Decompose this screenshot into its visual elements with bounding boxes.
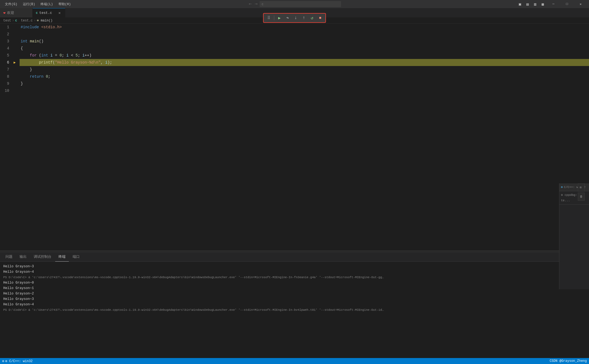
terminal-line-2: Hello Grayson~4: [3, 269, 586, 275]
code-content[interactable]: #include <stdio.h> int main() { for (int…: [20, 24, 589, 250]
panel-tab-ports[interactable]: 端口: [69, 252, 83, 262]
breadcrumb-test[interactable]: test: [3, 19, 11, 23]
search-input[interactable]: [260, 1, 341, 7]
panel-tab-bar: 问题 输出 调试控制台 终端 端口 ⬜ ▼ ✕: [0, 252, 589, 262]
code-editor[interactable]: 1 2 3 4 5 6 7 8 9 10 ▶: [0, 24, 589, 250]
statusbar-right: CSDN @Grayson_Zheng: [550, 359, 587, 363]
debug-step-into-button[interactable]: ↓: [292, 14, 299, 21]
debug-dots-button[interactable]: ⠿: [265, 14, 272, 21]
minimize-button[interactable]: ─: [547, 0, 560, 8]
panel-tab-terminal[interactable]: 终端: [55, 252, 69, 262]
debug-step-out-button[interactable]: ↑: [300, 14, 308, 21]
terminal-line-1: Hello Grayson~3: [3, 264, 586, 269]
code-line-10: [20, 87, 589, 94]
menu-file[interactable]: 文件(G): [2, 0, 20, 8]
terminal-content[interactable]: ⊞ 🗑 ⊕ C/C++: win32 ⚙ cppdbg: te... Hello…: [0, 262, 589, 358]
gutter: ▶: [14, 24, 20, 250]
tab-test-c-label: test.c: [39, 11, 52, 15]
breadcrumb-sep1: ›: [12, 19, 14, 23]
titlebar-center: ← →: [248, 1, 341, 7]
code-line-2: [20, 31, 589, 38]
code-line-7: }: [20, 66, 589, 73]
debug-continue-button[interactable]: ▶: [276, 14, 283, 21]
debug-stop-button[interactable]: ■: [317, 14, 324, 21]
terminal-line-8: Hello Grayson~4: [3, 302, 586, 307]
terminal-line-4: Hello Grayson~0: [3, 280, 586, 285]
c-file-icon: C: [36, 11, 38, 15]
menu-terminal[interactable]: 终端(L): [38, 0, 56, 8]
csdn-watermark: CSDN @Grayson_Zheng: [550, 359, 587, 363]
toolbar-separator: [274, 15, 274, 20]
editor-content: 1 2 3 4 5 6 7 8 9 10 ▶: [0, 24, 589, 250]
layout1-icon[interactable]: ▣: [517, 1, 523, 7]
layout2-icon[interactable]: ▤: [524, 1, 531, 7]
menu-bar: 文件(G) 运行(B) 终端(L) 帮助(H): [0, 0, 73, 8]
titlebar-right: ▣ ▤ ▥ ▦ ─ □ ✕: [517, 0, 589, 8]
panel-tab-output[interactable]: 输出: [16, 252, 30, 262]
menu-help[interactable]: 帮助(H): [56, 0, 74, 8]
terminal-line-6: Hello Grayson~2: [3, 291, 586, 296]
forward-button[interactable]: →: [254, 2, 259, 7]
debug-toolbar: ⠿ ▶ ↷ ↓ ↑ ↺ ■: [263, 13, 326, 23]
code-line-5: for (int i = 0; i < 5; i++): [20, 52, 589, 59]
terminal-line-7: Hello Grayson~3: [3, 296, 586, 302]
close-button[interactable]: ✕: [574, 0, 587, 8]
tab-welcome[interactable]: ❤ 欢迎: [0, 8, 33, 17]
back-button[interactable]: ←: [248, 2, 253, 7]
panel-tab-debug-console[interactable]: 调试控制台: [30, 252, 55, 262]
layout3-icon[interactable]: ▥: [532, 1, 538, 7]
tab-test-c[interactable]: C test.c ✕: [33, 8, 65, 17]
titlebar: 文件(G) 运行(B) 终端(L) 帮助(H) ← → ▣ ▤ ▥ ▦ ─ □ …: [0, 0, 589, 8]
code-line-6: printf("Hello Grayson~%d\n", i);: [20, 59, 589, 66]
bottom-panel: 问题 输出 调试控制台 终端 端口 ⬜ ▼ ✕ ⊞ 🗑 ⊕ C/C++: win…: [0, 252, 589, 358]
status-debug[interactable]: ⚙⚙ C/C++: win32: [2, 359, 33, 363]
layout4-icon[interactable]: ▦: [540, 1, 546, 7]
debug-restart-button[interactable]: ↺: [309, 14, 316, 21]
code-line-4: {: [20, 45, 589, 52]
line-numbers: 1 2 3 4 5 6 7 8 9 10: [0, 24, 14, 250]
tab-close-button[interactable]: ✕: [57, 11, 62, 15]
terminal-line-3: PS D:\Code\C> & 'c:\Users\27437\.vscode\…: [3, 275, 384, 280]
tab-welcome-label: 欢迎: [7, 10, 14, 15]
terminal-line-9: PS D:\Code\C> & 'c:\Users\27437\.vscode\…: [3, 307, 384, 313]
code-line-3: int main(): [20, 38, 589, 45]
breadcrumb-sep2: ›: [34, 19, 36, 23]
maximize-button[interactable]: □: [561, 0, 573, 8]
debug-step-over-button[interactable]: ↷: [284, 14, 291, 21]
code-line-9: }: [20, 80, 589, 87]
breadcrumb-file[interactable]: C test.c: [15, 19, 33, 23]
code-line-1: #include <stdio.h>: [20, 24, 589, 31]
code-line-8: return 0;: [20, 73, 589, 80]
statusbar: ⚙⚙ C/C++: win32 CSDN @Grayson_Zheng: [0, 358, 589, 364]
terminal-line-5: Hello Grayson~1: [3, 285, 586, 291]
panel-tab-problems[interactable]: 问题: [2, 252, 16, 262]
breadcrumb-func[interactable]: ⊕ main(): [37, 18, 52, 23]
menu-run[interactable]: 运行(B): [20, 0, 38, 8]
